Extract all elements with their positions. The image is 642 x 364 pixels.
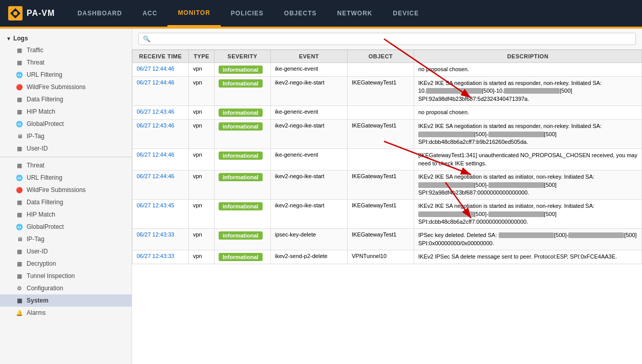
app-title: PA-VM (27, 9, 55, 18)
tunnel-inspection-icon: ▦ (15, 272, 24, 280)
sidebar-item-hip-match[interactable]: ▦ HIP Match (0, 105, 132, 118)
sidebar-item-ip-tag[interactable]: 🖥 IP-Tag (0, 130, 132, 142)
cell-event: ikev2-nego-ike-start (271, 120, 348, 149)
redacted-text: ■■■■■■■■■■■■■■■■■■ (488, 211, 544, 217)
ip-tag-icon: 🖥 (15, 132, 24, 140)
col-header-type: TYPE (189, 50, 215, 63)
cell-type: vpn (189, 77, 215, 106)
cell-time: 06/27 12:44:46 (133, 170, 189, 200)
severity-badge: informational (219, 202, 263, 210)
search-icon: 🔍 (143, 35, 151, 42)
cell-time: 06/27 12:43:33 (133, 229, 189, 250)
cell-event: ike-generic-event (271, 149, 348, 170)
cell-severity: Informational (215, 77, 271, 106)
sidebar-item-configuration[interactable]: ⚙ Configuration (0, 282, 132, 294)
severity-badge: Informational (219, 253, 263, 261)
cell-time: 06/27 12:44:46 (133, 63, 189, 77)
redacted-text: ■■■■■■■■■■■■■■■■■■ (418, 182, 474, 188)
cell-type: vpn (189, 120, 215, 149)
sidebar-item-ip-tag2[interactable]: 🖥 IP-Tag (0, 233, 132, 245)
cell-time: 06/27 12:43:33 (133, 250, 189, 264)
redacted-text: ■■■■■■■■■■■■■■■■■■ (488, 132, 544, 137)
sidebar-item-data-filtering[interactable]: ▦ Data Filtering (0, 93, 132, 105)
nav-objects[interactable]: OBJECTS (274, 0, 327, 27)
cell-time: 06/27 12:43:45 (133, 200, 189, 229)
sidebar-item-wildfire-submissions2[interactable]: 🔴 WildFire Submissions (0, 184, 132, 196)
cell-event: ike-generic-event (271, 106, 348, 120)
table-row[interactable]: 06/27 12:44:46vpnInformationalikev2-nego… (133, 77, 642, 106)
nav-device[interactable]: DEVICE (383, 0, 430, 27)
cell-event: ikev2-nego-ike-start (271, 77, 348, 106)
cell-severity: Informational (215, 250, 271, 264)
sidebar-item-url-filtering[interactable]: 🌐 URL Filtering (0, 69, 132, 81)
log-table: RECEIVE TIME TYPE SEVERITY EVENT OBJECT … (132, 50, 642, 364)
cell-type: vpn (189, 149, 215, 170)
sidebar-item-url-filtering2[interactable]: 🌐 URL Filtering (0, 172, 132, 184)
sidebar-item-decryption[interactable]: ▦ Decryption (0, 258, 132, 270)
cell-type: vpn (189, 250, 215, 264)
col-header-description: DESCRIPTION (414, 50, 642, 63)
sidebar-item-threat[interactable]: ▦ Threat (0, 56, 132, 69)
redacted-text: ■■■■■■■■■■■■■■■■■■ (418, 211, 474, 217)
traffic-icon: ▦ (15, 46, 24, 54)
redacted-text: ■■■■■■■■■■■■■■■■■■ (568, 232, 624, 238)
sidebar-item-hip-match2[interactable]: ▦ HIP Match (0, 208, 132, 221)
sidebar-item-globalprotect[interactable]: 🌐 GlobalProtect (0, 118, 132, 130)
redacted-text: ■■■■■■■■■■■■■■■■■■ (488, 182, 544, 188)
cell-event: ike-generic-event (271, 63, 348, 77)
cell-severity: informational (215, 170, 271, 200)
sidebar: ▼ Logs ▦ Traffic ▦ Threat 🌐 URL Filterin… (0, 29, 132, 364)
table-row[interactable]: 06/27 12:43:33vpninformationalipsec-key-… (133, 229, 642, 250)
sidebar-item-traffic[interactable]: ▦ Traffic (0, 44, 132, 56)
redacted-text: ■■■■■■■■■■■■■■■■■■ (418, 132, 474, 137)
redacted-text: ■■■■■■■■■■■■■■■■■■ (499, 232, 554, 238)
sidebar-item-threat2[interactable]: ▦ Threat (0, 159, 132, 172)
main-nav: DASHBOARD ACC MONITOR POLICIES OBJECTS N… (67, 0, 429, 27)
cell-time: 06/27 12:43:46 (133, 120, 189, 149)
search-input[interactable] (154, 35, 631, 42)
cell-description: IKEv2 IKE SA negotiation is started as i… (414, 200, 642, 229)
sidebar-item-user-id2[interactable]: ▦ User-ID (0, 245, 132, 258)
table-row[interactable]: 06/27 12:43:45vpninformationalikev2-nego… (133, 200, 642, 229)
cell-severity: informational (215, 63, 271, 77)
cell-severity: informational (215, 149, 271, 170)
cell-time: 06/27 12:43:46 (133, 106, 189, 120)
table-row[interactable]: 06/27 12:44:46vpninformationalikev2-nego… (133, 170, 642, 200)
cell-description: [IKEGatewayTest1:341] unauthenticated NO… (414, 149, 642, 170)
search-input-wrap[interactable]: 🔍 (138, 33, 636, 45)
cell-description: IKEv2 IKE SA negotiation is started as r… (414, 77, 642, 106)
table-row[interactable]: 06/27 12:44:46vpninformationalike-generi… (133, 63, 642, 77)
sidebar-item-data-filtering2[interactable]: ▦ Data Filtering (0, 196, 132, 208)
cell-object (348, 149, 414, 170)
cell-event: ipsec-key-delete (271, 229, 348, 250)
sidebar-logs-header[interactable]: ▼ Logs (0, 33, 132, 44)
threat2-icon: ▦ (15, 161, 24, 169)
col-header-receive-time: RECEIVE TIME (133, 50, 189, 63)
nav-monitor[interactable]: MONITOR (167, 0, 220, 27)
chevron-down-icon: ▼ (6, 36, 11, 41)
table-row[interactable]: 06/27 12:44:46vpninformationalike-generi… (133, 149, 642, 170)
nav-acc[interactable]: ACC (132, 0, 167, 27)
sidebar-item-wildfire-submissions[interactable]: 🔴 WildFire Submissions (0, 81, 132, 93)
sidebar-item-user-id[interactable]: ▦ User-ID (0, 142, 132, 155)
cell-object: IKEGatewayTest1 (348, 170, 414, 200)
cell-object: IKEGatewayTest1 (348, 77, 414, 106)
threat-icon: ▦ (15, 58, 24, 67)
table-row[interactable]: 06/27 12:43:46vpninformationalike-generi… (133, 106, 642, 120)
sidebar-item-alarms[interactable]: 🔔 Alarms (0, 307, 132, 319)
nav-network[interactable]: NETWORK (327, 0, 383, 27)
ip-tag2-icon: 🖥 (15, 235, 24, 243)
cell-time: 06/27 12:44:46 (133, 149, 189, 170)
nav-policies[interactable]: POLICIES (221, 0, 274, 27)
wildfire-icon: 🔴 (15, 83, 24, 91)
sidebar-item-system[interactable]: ▦ System (0, 294, 132, 307)
table-row[interactable]: 06/27 12:43:46vpninformationalikev2-nego… (133, 120, 642, 149)
wildfire2-icon: 🔴 (15, 186, 24, 194)
sidebar-item-globalprotect2[interactable]: 🌐 GlobalProtect (0, 221, 132, 233)
sidebar-item-tunnel-inspection[interactable]: ▦ Tunnel Inspection (0, 270, 132, 282)
col-header-event: EVENT (271, 50, 348, 63)
pa-vm-logo-icon (8, 6, 23, 20)
nav-dashboard[interactable]: DASHBOARD (67, 0, 132, 27)
severity-badge: informational (219, 122, 263, 131)
table-row[interactable]: 06/27 12:43:33vpnInformationalikev2-send… (133, 250, 642, 264)
